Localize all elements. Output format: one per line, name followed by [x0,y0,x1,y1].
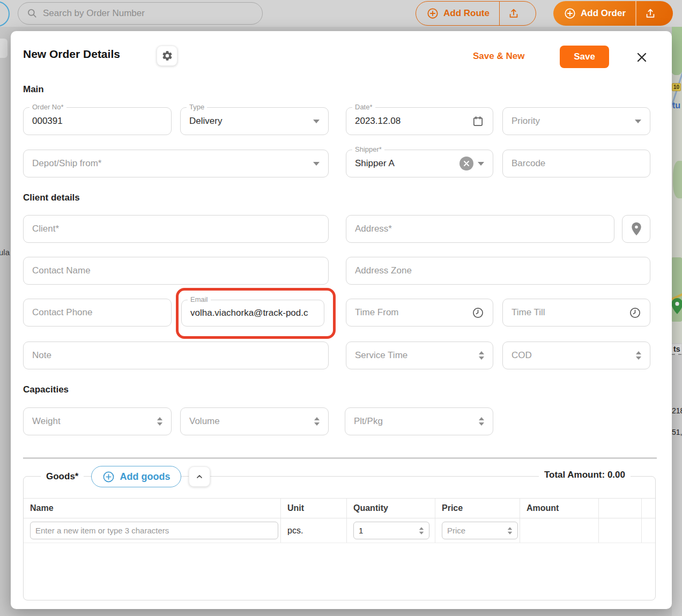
note-input[interactable] [32,350,320,361]
import-route-button[interactable] [500,2,528,25]
background-left-edge: ula [0,27,11,616]
collapse-goods-button[interactable] [189,466,210,487]
stepper-icon[interactable] [636,351,641,360]
order-no-input[interactable] [32,116,162,127]
upload-icon [644,8,656,19]
plt-pkg-field[interactable] [345,407,493,435]
email-input[interactable] [190,308,315,318]
stepper-icon[interactable] [479,351,484,360]
goods-legend-label: Goods* [41,466,84,487]
depot-field[interactable] [23,150,329,177]
save-and-new-button[interactable]: Save & New [473,51,524,62]
item-quantity-field[interactable] [353,522,429,539]
stepper-icon[interactable] [419,527,424,535]
priority-select[interactable] [512,116,631,127]
weight-field[interactable] [23,407,172,435]
chevron-down-icon[interactable] [478,162,484,166]
add-goods-label: Add goods [120,471,170,483]
address-zone-input[interactable] [355,265,641,276]
clear-shipper-button[interactable] [459,157,473,170]
date-input[interactable] [355,116,468,127]
new-order-modal: New Order Details Save & New Save Main O… [11,31,672,609]
order-search-input[interactable] [43,8,254,19]
cod-input[interactable] [512,350,632,361]
item-price-field[interactable] [442,522,518,539]
add-route-label: Add Route [443,8,490,19]
clock-icon[interactable] [472,307,484,319]
email-field[interactable]: Email [181,300,324,326]
item-quantity-input[interactable] [359,526,419,535]
shipper-select[interactable] [355,158,455,169]
item-amount-value [520,518,598,543]
note-field[interactable] [23,342,329,369]
column-header-name[interactable]: Name [24,499,280,518]
contact-name-input[interactable] [32,265,320,276]
service-time-input[interactable] [355,350,475,361]
shipper-field[interactable]: Shipper* [346,150,493,177]
column-header-quantity[interactable]: Quantity [346,499,435,518]
stepper-icon[interactable] [314,417,320,426]
volume-input[interactable] [189,416,310,427]
order-search-field[interactable] [18,2,263,25]
modal-title: New Order Details [23,48,120,61]
weight-input[interactable] [32,416,153,427]
depot-select[interactable] [32,158,309,169]
stepper-icon[interactable] [508,527,513,535]
time-till-field[interactable] [502,299,650,326]
volume-field[interactable] [180,407,329,435]
add-order-button[interactable]: Add Order [553,1,673,26]
column-header-blank [598,499,641,518]
section-divider [23,457,657,459]
barcode-field[interactable] [502,150,650,177]
address-input[interactable] [355,224,605,234]
chevron-down-icon[interactable] [313,120,320,123]
date-field[interactable]: Date* [346,107,493,135]
close-button[interactable] [634,50,649,65]
partial-round-button[interactable] [0,1,10,27]
type-label: Type [187,103,207,112]
type-field[interactable]: Type [180,107,329,135]
chevron-down-icon[interactable] [313,162,320,166]
upload-icon [508,8,520,19]
type-select[interactable] [189,116,309,127]
item-unit-value: pcs. [280,518,346,543]
time-from-field[interactable] [346,299,493,326]
client-field[interactable] [23,215,329,243]
address-zone-field[interactable] [346,257,650,285]
backdrop-dim-overlay [672,27,682,616]
save-button[interactable]: Save [560,46,609,68]
add-route-button[interactable]: Add Route [416,1,536,26]
item-price-input[interactable] [447,526,507,535]
add-goods-button[interactable]: Add goods [91,466,181,487]
time-from-input[interactable] [355,307,468,318]
service-time-field[interactable] [346,342,493,369]
background-text-fragment: ula [0,248,10,257]
item-name-input[interactable] [35,526,273,535]
plt-pkg-input[interactable] [354,416,475,427]
order-no-field[interactable]: Order No* [23,107,172,135]
background-fragment [0,39,8,58]
plus-icon [564,8,576,19]
chevron-down-icon[interactable] [635,120,641,123]
calendar-icon[interactable] [472,115,484,128]
column-header-unit[interactable]: Unit [280,499,346,518]
contact-name-field[interactable] [23,257,329,285]
order-settings-button[interactable] [157,46,177,66]
contact-phone-field[interactable] [23,299,172,326]
contact-phone-input[interactable] [32,307,162,318]
column-header-price[interactable]: Price [435,499,520,518]
barcode-input[interactable] [512,158,641,169]
stepper-icon[interactable] [157,417,162,426]
address-field[interactable] [346,215,614,243]
client-input[interactable] [32,224,320,234]
priority-field[interactable] [502,107,650,135]
time-till-input[interactable] [512,307,625,318]
stepper-icon[interactable] [479,417,484,426]
cod-field[interactable] [502,342,650,369]
item-name-field[interactable] [30,522,278,539]
clock-icon[interactable] [629,307,641,319]
gear-icon [161,50,173,62]
column-header-amount[interactable]: Amount [520,499,598,518]
import-order-button[interactable] [636,1,664,26]
pick-on-map-button[interactable] [622,215,650,243]
